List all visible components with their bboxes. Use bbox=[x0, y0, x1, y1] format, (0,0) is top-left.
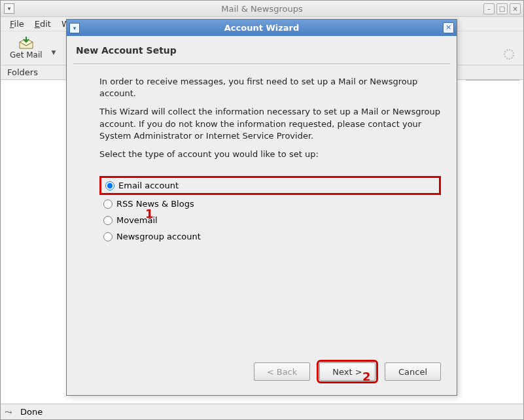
account-wizard-dialog: ▾ Account Wizard × New Account Setup In … bbox=[66, 19, 457, 396]
radio-email-label: Email account bbox=[118, 181, 179, 190]
intro-para-1: In order to receive messages, you first … bbox=[99, 76, 441, 99]
radio-newsgroup-label: Newsgroup account bbox=[116, 232, 201, 241]
annotation-1: 1 bbox=[145, 207, 154, 220]
radio-newsgroup-input[interactable] bbox=[103, 232, 113, 241]
radio-rss-label: RSS News & Blogs bbox=[116, 199, 194, 209]
window-title: Mail & Newsgroups bbox=[1, 4, 523, 14]
dialog-body: New Account Setup In order to receive me… bbox=[67, 36, 457, 395]
dialog-text: In order to receive messages, you first … bbox=[73, 64, 450, 167]
radio-movemail-input[interactable] bbox=[103, 216, 113, 225]
radio-email-account[interactable]: Email account bbox=[99, 176, 441, 195]
dialog-titlebar[interactable]: ▾ Account Wizard × bbox=[67, 20, 457, 36]
connection-icon[interactable]: ⤳ bbox=[5, 407, 15, 417]
dialog-close-button[interactable]: × bbox=[443, 22, 454, 33]
back-button: < Back bbox=[254, 362, 310, 381]
menu-file[interactable]: File bbox=[6, 18, 28, 30]
dialog-title: Account Wizard bbox=[67, 23, 457, 33]
minimize-button[interactable]: – bbox=[483, 3, 495, 14]
radio-newsgroup[interactable]: Newsgroup account bbox=[99, 229, 441, 244]
getmail-label: Get Mail bbox=[10, 50, 43, 60]
main-titlebar[interactable]: ▾ Mail & Newsgroups – □ × bbox=[1, 1, 523, 17]
dialog-heading: New Account Setup bbox=[73, 45, 450, 64]
annotation-2: 2 bbox=[362, 370, 371, 383]
maximize-button[interactable]: □ bbox=[497, 3, 508, 14]
intro-para-3: Select the type of account you would lik… bbox=[99, 149, 441, 160]
radio-email-input[interactable] bbox=[105, 181, 114, 190]
cancel-button[interactable]: Cancel bbox=[385, 362, 441, 381]
intro-para-2: This Wizard will collect the information… bbox=[99, 106, 441, 142]
menu-edit[interactable]: Edit bbox=[31, 18, 55, 30]
getmail-dropdown-icon[interactable]: ▼ bbox=[52, 41, 58, 56]
close-button[interactable]: × bbox=[510, 3, 521, 14]
getmail-icon bbox=[17, 37, 35, 50]
dialog-footer: < Back Next > Cancel bbox=[73, 355, 450, 389]
radio-rss-input[interactable] bbox=[103, 200, 113, 209]
folders-label: Folders bbox=[7, 67, 38, 77]
getmail-button[interactable]: Get Mail bbox=[6, 35, 46, 61]
status-text: Done bbox=[20, 407, 43, 417]
activity-spinner-icon bbox=[504, 49, 514, 60]
statusbar: ⤳ Done bbox=[1, 404, 523, 419]
